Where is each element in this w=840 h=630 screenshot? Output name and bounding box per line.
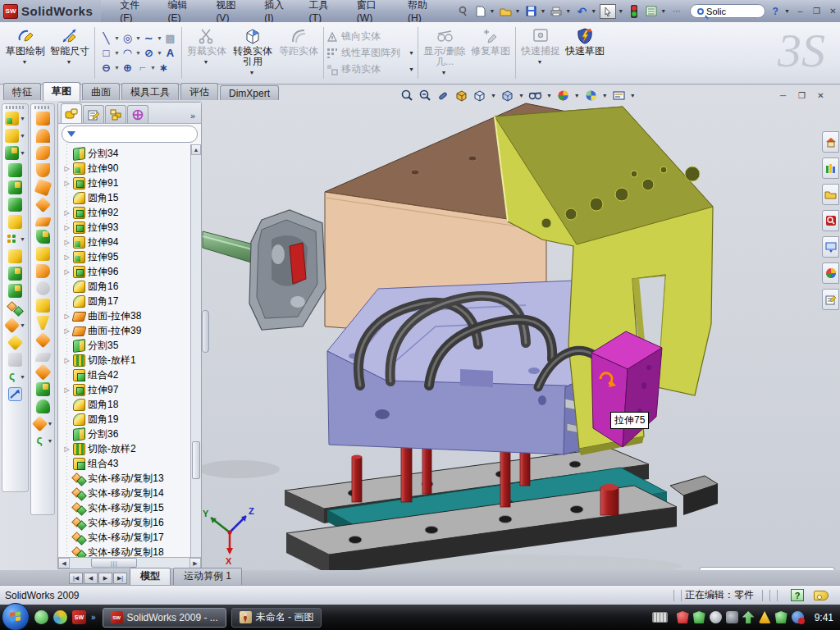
scrollbar-track[interactable]: |||: [70, 558, 189, 568]
rapid-sketch-button[interactable]: 快速草图: [563, 24, 607, 82]
zoom-inout-icon[interactable]: [436, 89, 450, 103]
tree-item[interactable]: 圆角15: [63, 190, 201, 205]
dropdown-arrow-icon[interactable]: ▼: [546, 93, 552, 98]
tree-item[interactable]: 分割34: [63, 146, 201, 161]
dropdown-arrow-icon[interactable]: ▼: [66, 57, 72, 67]
dropdown-arrow-icon[interactable]: ▼: [518, 93, 524, 98]
save-icon[interactable]: [523, 4, 538, 19]
expander-icon[interactable]: ▷: [63, 209, 71, 217]
pin-icon[interactable]: [456, 4, 471, 19]
toolbar-grip[interactable]: [6, 106, 25, 109]
dropdown-arrow-icon[interactable]: ▼: [114, 65, 120, 71]
tree-item[interactable]: 实体-移动/复制14: [63, 486, 201, 500]
motion-study-tab[interactable]: 运动算例 1: [173, 568, 242, 585]
dropdown-arrow-icon[interactable]: ▼: [20, 236, 25, 242]
annotation-views-icon[interactable]: [612, 89, 626, 103]
smart-dimension-button[interactable]: 智能尺寸 ▼: [48, 24, 92, 82]
tree-item[interactable]: 圆角19: [63, 412, 201, 427]
tree-item[interactable]: ▷拉伸91: [63, 176, 201, 190]
tree-vertical-scrollbar[interactable]: ▲: [190, 144, 201, 557]
hole-wizard-icon[interactable]: [8, 215, 22, 229]
extruded-cut-icon[interactable]: [5, 129, 19, 143]
tree-item[interactable]: 组合43: [63, 456, 201, 471]
shell-icon[interactable]: [8, 180, 22, 194]
dropdown-arrow-icon[interactable]: ▼: [48, 438, 53, 444]
insert-part-icon[interactable]: [4, 317, 20, 333]
ruled-surface-icon[interactable]: [36, 230, 50, 244]
text-icon[interactable]: A: [163, 46, 177, 60]
undo-icon[interactable]: ↶: [574, 4, 589, 19]
sync-blocked-icon[interactable]: [792, 611, 804, 623]
tree-item[interactable]: 实体-移动/复制13: [63, 471, 201, 486]
dropdown-arrow-icon[interactable]: ▼: [157, 50, 162, 56]
tree-item[interactable]: ▷曲面-拉伸39: [63, 323, 201, 338]
dropdown-arrow-icon[interactable]: ▼: [114, 35, 120, 41]
expand-chevron-icon[interactable]: »: [91, 613, 96, 622]
file-explorer-icon[interactable]: [822, 184, 839, 205]
help-icon[interactable]: ?: [768, 4, 783, 19]
scroll-up-icon[interactable]: ▲: [191, 144, 201, 155]
expander-icon[interactable]: ▷: [63, 386, 71, 394]
tree-item[interactable]: ▷拉伸96: [63, 264, 201, 279]
display-style-icon[interactable]: [500, 89, 514, 103]
tree-item[interactable]: 圆角18: [63, 397, 201, 412]
doc-close-icon[interactable]: ✕: [814, 89, 828, 102]
dropdown-arrow-icon[interactable]: ▼: [784, 8, 790, 14]
design-library-icon[interactable]: [822, 158, 839, 179]
dropdown-arrow-icon[interactable]: ▼: [602, 93, 608, 98]
parting-surface-icon[interactable]: [34, 353, 52, 362]
combine-icon[interactable]: [8, 267, 22, 281]
tab-evaluate[interactable]: 评估: [180, 83, 218, 100]
options-list-icon[interactable]: [644, 4, 659, 19]
expander-icon[interactable]: ▷: [63, 165, 71, 172]
keyboard-layout-icon[interactable]: [652, 612, 668, 623]
volume-icon[interactable]: [726, 611, 738, 623]
filled-surface-icon[interactable]: [36, 247, 50, 261]
antivirus-shield-icon[interactable]: [693, 611, 705, 623]
dropdown-arrow-icon[interactable]: ▼: [574, 93, 580, 98]
graphics-area[interactable]: Y Z X: [202, 85, 840, 570]
scene-icon[interactable]: [584, 89, 598, 103]
dropdown-arrow-icon[interactable]: ▼: [591, 8, 596, 14]
status-help-icon[interactable]: ?: [791, 589, 804, 601]
tree-item[interactable]: 分割35: [63, 338, 201, 353]
dropdown-arrow-icon[interactable]: ▼: [150, 65, 156, 71]
print-icon[interactable]: [549, 4, 564, 19]
fillet-icon[interactable]: [5, 146, 19, 160]
rib-icon[interactable]: [8, 249, 22, 263]
tree-item[interactable]: 圆角16: [63, 279, 201, 294]
curve-icon[interactable]: ς: [5, 370, 19, 384]
resources-home-icon[interactable]: [822, 131, 839, 153]
extruded-surface-icon[interactable]: [36, 112, 50, 126]
doc-minimize-icon[interactable]: ─: [776, 89, 790, 102]
dimxpert-manager-tab[interactable]: [127, 105, 148, 123]
tree-item[interactable]: ▷拉伸97: [63, 382, 201, 397]
start-button[interactable]: [2, 603, 30, 630]
spline-icon[interactable]: ∼: [142, 31, 156, 45]
doc-restore-icon[interactable]: ❐: [795, 89, 809, 102]
dropdown-arrow-icon[interactable]: ▼: [490, 8, 495, 14]
draft-icon[interactable]: [8, 198, 22, 212]
tree-filter-input[interactable]: [79, 130, 192, 139]
tree-item[interactable]: 圆角17: [63, 294, 201, 308]
tree-item[interactable]: 实体-移动/复制17: [63, 530, 201, 545]
search-box[interactable]: [690, 4, 765, 18]
dropdown-arrow-icon[interactable]: ▼: [20, 322, 25, 328]
circle-icon[interactable]: ◎: [121, 31, 135, 45]
appearances-icon[interactable]: [556, 89, 570, 103]
tab-dimxpert[interactable]: DimXpert: [220, 85, 279, 100]
tree-item[interactable]: ▷切除-放样2: [63, 441, 201, 456]
taskbar-window-paint[interactable]: 未命名 - 画图: [231, 608, 322, 628]
sketch-fillet-icon[interactable]: ⌐: [135, 61, 149, 75]
expander-icon[interactable]: ▷: [63, 445, 71, 453]
view-orientation-icon[interactable]: [472, 89, 486, 103]
tab-mold-tools[interactable]: 模具工具: [121, 83, 179, 100]
feature-tree-tab[interactable]: [61, 103, 82, 123]
close-icon[interactable]: ✕: [826, 5, 840, 17]
next-tab-icon[interactable]: ▶: [98, 573, 112, 584]
dropdown-arrow-icon[interactable]: ▼: [630, 93, 636, 98]
panel-expand-chevron-icon[interactable]: »: [187, 111, 199, 123]
select-box-icon[interactable]: ▩: [163, 31, 177, 45]
new-document-icon[interactable]: [473, 4, 488, 19]
freeform-icon[interactable]: [36, 264, 50, 278]
